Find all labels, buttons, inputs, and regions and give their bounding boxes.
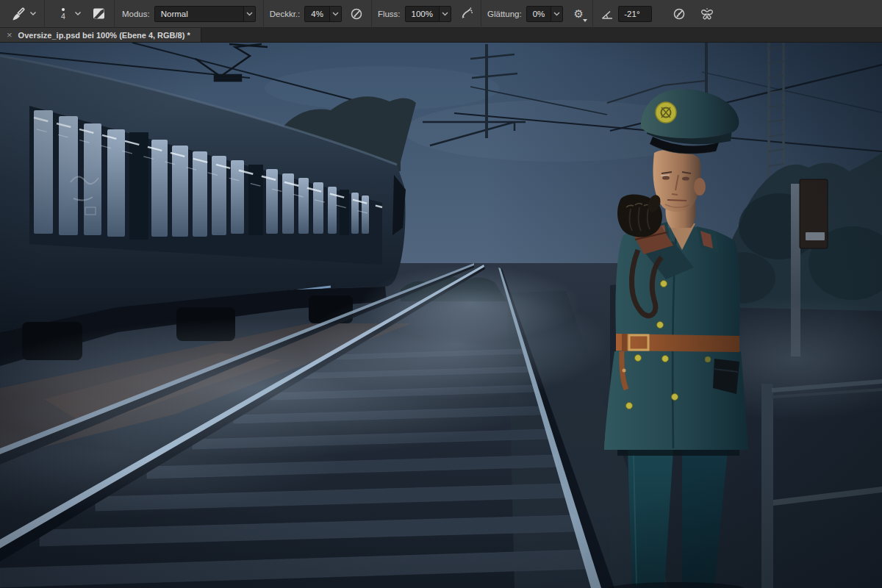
divider	[263, 0, 264, 28]
angle-input[interactable]	[618, 6, 652, 22]
brush-preset-dot	[62, 8, 65, 11]
smoothing-field[interactable]: 0%	[526, 6, 564, 22]
document-canvas[interactable]	[0, 43, 882, 588]
opacity-label: Deckkr.:	[270, 10, 301, 18]
brush-tool-icon[interactable]	[9, 4, 28, 24]
vignette	[0, 43, 882, 588]
angle-icon	[599, 4, 615, 24]
toggle-brush-panel-icon[interactable]	[89, 4, 108, 24]
symmetry-butterfly-icon[interactable]	[698, 4, 717, 24]
opacity-field[interactable]: 4%	[304, 6, 342, 22]
document-tab[interactable]: × Oversize_ip.psd bei 100% (Ebene 4, RGB…	[0, 28, 201, 42]
chevron-down-icon	[439, 7, 451, 21]
smoothing-value: 0%	[527, 10, 551, 18]
divider	[371, 0, 372, 28]
brush-size: 4	[61, 12, 65, 20]
chevron-down-icon	[329, 7, 341, 21]
pressure-opacity-icon[interactable]	[348, 4, 367, 24]
flow-label: Fluss:	[378, 10, 401, 18]
divider	[481, 0, 481, 28]
mode-value: Normal	[155, 10, 243, 18]
chevron-down-icon	[243, 7, 255, 21]
pressure-size-icon[interactable]	[670, 4, 689, 24]
airbrush-icon[interactable]	[457, 4, 476, 24]
tab-bar: × Oversize_ip.psd bei 100% (Ebene 4, RGB…	[0, 28, 882, 43]
smoothing-label: Glättung:	[487, 10, 522, 18]
gear-icon[interactable]: ⚙	[569, 4, 588, 24]
divider	[44, 0, 45, 28]
canvas-image	[0, 43, 882, 588]
opacity-value: 4%	[305, 10, 329, 18]
divider	[592, 0, 593, 28]
chevron-down-icon[interactable]	[74, 11, 82, 16]
flow-field[interactable]: 100%	[405, 6, 451, 22]
close-icon[interactable]: ×	[7, 31, 12, 40]
chevron-down-icon	[551, 7, 562, 21]
brush-preset-picker[interactable]: 4	[54, 3, 73, 25]
options-bar: 4 Modus: Normal Deckkr.: 4%	[0, 0, 882, 28]
chevron-down-icon[interactable]	[29, 11, 37, 16]
mode-label: Modus:	[122, 10, 150, 18]
caret-down-icon	[583, 19, 587, 22]
flow-value: 100%	[406, 10, 439, 18]
mode-select[interactable]: Normal	[154, 6, 256, 22]
document-title: Oversize_ip.psd bei 100% (Ebene 4, RGB/8…	[18, 31, 190, 40]
divider	[114, 0, 115, 28]
